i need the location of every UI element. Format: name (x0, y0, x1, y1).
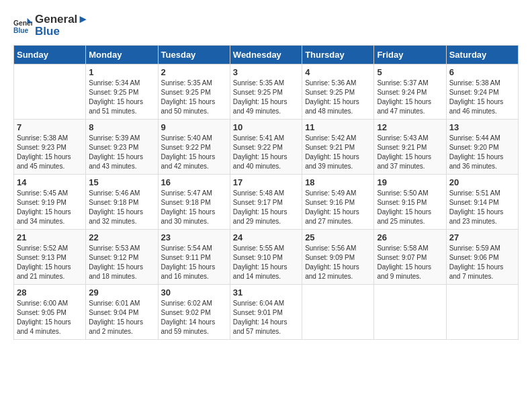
header-day-thursday: Thursday (302, 46, 374, 64)
header-day-friday: Friday (374, 46, 446, 64)
week-row-5: 28Sunrise: 6:00 AMSunset: 9:05 PMDayligh… (14, 285, 519, 340)
cell-line: and 25 minutes. (377, 218, 425, 225)
cell-content: Sunrise: 5:53 AMSunset: 9:12 PMDaylight:… (89, 244, 154, 281)
cell-line: and 23 minutes. (449, 218, 497, 225)
day-number: 9 (161, 122, 227, 132)
cell-line: and 39 minutes. (305, 163, 353, 170)
cell-line: Sunrise: 6:04 AM (233, 300, 284, 307)
calendar-cell (446, 285, 518, 340)
cell-line: Daylight: 15 hours (161, 98, 216, 105)
logo-icon: General Blue (13, 17, 32, 36)
day-number: 27 (449, 232, 515, 242)
calendar-cell: 6Sunrise: 5:38 AMSunset: 9:24 PMDaylight… (446, 64, 518, 120)
day-number: 19 (377, 177, 443, 187)
cell-line: Sunrise: 6:01 AM (89, 300, 140, 307)
cell-line: Sunrise: 5:38 AM (449, 79, 500, 87)
cell-line: Daylight: 15 hours (89, 208, 143, 216)
cell-line: and 30 minutes. (161, 218, 209, 225)
cell-content: Sunrise: 5:52 AMSunset: 9:13 PMDaylight:… (17, 244, 83, 281)
cell-content: Sunrise: 6:04 AMSunset: 9:01 PMDaylight:… (233, 299, 299, 336)
calendar-cell: 17Sunrise: 5:48 AMSunset: 9:17 PMDayligh… (230, 175, 302, 230)
calendar-table: SundayMondayTuesdayWednesdayThursdayFrid… (13, 45, 519, 340)
week-row-1: 1Sunrise: 5:34 AMSunset: 9:25 PMDaylight… (14, 64, 519, 120)
day-number: 28 (17, 287, 83, 298)
cell-line: Sunrise: 5:41 AM (233, 134, 284, 142)
cell-line: Daylight: 15 hours (17, 318, 71, 326)
day-number: 26 (377, 232, 443, 242)
cell-line: and 42 minutes. (161, 163, 209, 170)
calendar-cell: 7Sunrise: 5:38 AMSunset: 9:23 PMDaylight… (14, 120, 86, 175)
cell-content: Sunrise: 5:43 AMSunset: 9:21 PMDaylight:… (377, 134, 443, 171)
cell-content: Sunrise: 5:47 AMSunset: 9:18 PMDaylight:… (161, 189, 227, 226)
calendar-cell: 25Sunrise: 5:56 AMSunset: 9:09 PMDayligh… (302, 230, 374, 285)
day-number: 13 (449, 122, 515, 132)
day-number: 6 (449, 67, 515, 77)
day-number: 11 (305, 122, 371, 132)
cell-line: Sunset: 9:24 PM (377, 89, 427, 96)
cell-line: Sunset: 9:12 PM (89, 254, 138, 261)
cell-content: Sunrise: 5:44 AMSunset: 9:20 PMDaylight:… (449, 134, 515, 171)
header-day-tuesday: Tuesday (158, 46, 230, 64)
cell-content: Sunrise: 5:46 AMSunset: 9:18 PMDaylight:… (89, 189, 154, 226)
day-number: 24 (233, 232, 299, 242)
cell-line: Daylight: 15 hours (449, 98, 504, 105)
cell-line: and 32 minutes. (89, 218, 136, 225)
cell-line: Sunset: 9:24 PM (449, 89, 499, 96)
cell-line: and 2 minutes. (89, 328, 133, 335)
day-number: 21 (17, 232, 83, 242)
calendar-cell: 26Sunrise: 5:58 AMSunset: 9:07 PMDayligh… (374, 230, 446, 285)
cell-line: Daylight: 15 hours (89, 98, 143, 105)
cell-line: Sunrise: 5:54 AM (161, 244, 212, 252)
cell-line: Daylight: 15 hours (449, 263, 504, 271)
calendar-cell: 1Sunrise: 5:34 AMSunset: 9:25 PMDaylight… (86, 64, 158, 120)
cell-line: Sunrise: 5:43 AM (377, 134, 428, 142)
calendar-cell (374, 285, 446, 340)
cell-line: Daylight: 15 hours (89, 153, 143, 161)
cell-content: Sunrise: 5:40 AMSunset: 9:22 PMDaylight:… (161, 134, 227, 171)
cell-line: and 50 minutes. (161, 107, 209, 115)
calendar-cell: 28Sunrise: 6:00 AMSunset: 9:05 PMDayligh… (14, 285, 86, 340)
cell-content: Sunrise: 6:00 AMSunset: 9:05 PMDaylight:… (17, 299, 83, 336)
cell-line: and 14 minutes. (233, 273, 281, 280)
cell-content: Sunrise: 5:35 AMSunset: 9:25 PMDaylight:… (233, 79, 299, 116)
calendar-cell: 14Sunrise: 5:45 AMSunset: 9:19 PMDayligh… (14, 175, 86, 230)
cell-line: Daylight: 15 hours (305, 208, 359, 216)
cell-line: Sunrise: 5:50 AM (377, 189, 428, 197)
week-row-2: 7Sunrise: 5:38 AMSunset: 9:23 PMDaylight… (14, 120, 519, 175)
cell-content: Sunrise: 5:55 AMSunset: 9:10 PMDaylight:… (233, 244, 299, 281)
header-day-monday: Monday (86, 46, 158, 64)
cell-line: Sunset: 9:21 PM (377, 144, 427, 151)
cell-line: and 21 minutes. (17, 273, 64, 280)
cell-line: Sunset: 9:11 PM (161, 254, 211, 261)
day-number: 14 (17, 177, 83, 187)
cell-line: and 43 minutes. (89, 163, 136, 170)
calendar-cell: 29Sunrise: 6:01 AMSunset: 9:04 PMDayligh… (86, 285, 158, 340)
day-number: 3 (233, 67, 299, 77)
day-number: 12 (377, 122, 443, 132)
cell-line: and 51 minutes. (89, 107, 136, 115)
header-day-saturday: Saturday (446, 46, 518, 64)
cell-line: Sunrise: 5:35 AM (161, 79, 212, 87)
cell-line: Daylight: 15 hours (17, 153, 71, 161)
cell-line: and 37 minutes. (377, 163, 425, 170)
cell-line: Sunset: 9:22 PM (233, 144, 283, 151)
cell-content: Sunrise: 6:02 AMSunset: 9:02 PMDaylight:… (161, 299, 227, 336)
cell-line: Daylight: 15 hours (449, 208, 504, 216)
cell-line: Daylight: 15 hours (161, 208, 216, 216)
day-number: 22 (89, 232, 154, 242)
day-number: 15 (89, 177, 154, 187)
header-day-sunday: Sunday (14, 46, 86, 64)
cell-line: and 29 minutes. (233, 218, 281, 225)
day-number: 18 (305, 177, 371, 187)
cell-line: Daylight: 15 hours (449, 153, 504, 161)
cell-line: Daylight: 15 hours (233, 263, 287, 271)
calendar-cell: 4Sunrise: 5:36 AMSunset: 9:25 PMDaylight… (302, 64, 374, 120)
cell-line: Sunset: 9:07 PM (377, 254, 427, 261)
cell-line: Sunset: 9:13 PM (17, 254, 66, 261)
cell-line: Daylight: 15 hours (377, 98, 431, 105)
cell-content: Sunrise: 5:48 AMSunset: 9:17 PMDaylight:… (233, 189, 299, 226)
day-number: 29 (89, 287, 154, 298)
cell-line: Sunrise: 5:48 AM (233, 189, 284, 197)
cell-line: Sunset: 9:16 PM (305, 199, 355, 206)
cell-content: Sunrise: 5:36 AMSunset: 9:25 PMDaylight:… (305, 79, 371, 116)
